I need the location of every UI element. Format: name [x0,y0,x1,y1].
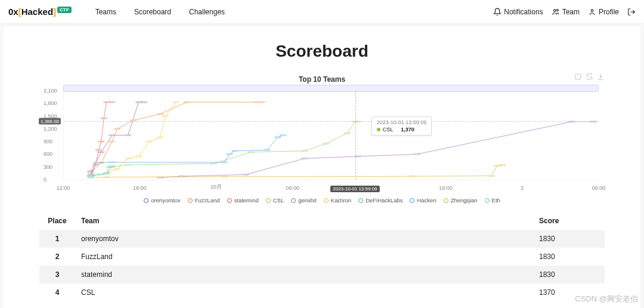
hover-vertical-line [355,91,356,180]
svg-point-6 [109,135,115,136]
navbar: 0x[Hacked]CTF Teams Scoreboard Challenge… [0,0,644,24]
x-highlight-badge: 2023-10-01 13:59:09 [330,186,379,192]
y-tick: 300 [44,164,52,170]
svg-rect-3 [575,74,581,79]
svg-point-40 [301,158,308,159]
svg-point-31 [248,152,255,153]
chart-legend: orenyomtovFuzzLandstatemindCSLgenshitKai… [39,197,605,204]
download-icon[interactable] [597,73,605,81]
svg-point-48 [135,156,142,157]
chart-plot-area[interactable]: 03006009001,2001,5001,8002,1001,386.0020… [63,85,599,193]
x-tick: 18:00 [133,185,147,191]
svg-point-18 [259,101,265,103]
nav-challenges[interactable]: Challenges [189,8,225,16]
series-line[interactable] [91,102,144,171]
table-row[interactable]: 2FuzzLand1830 [39,248,605,266]
notifications-link[interactable]: Notifications [493,8,543,16]
svg-point-64 [274,137,281,138]
x-tick: 06:00 [286,185,300,191]
svg-point-34 [344,133,351,134]
legend-item[interactable]: genshit [291,197,317,204]
nav-links: Teams Scoreboard Challenges [95,8,225,16]
svg-point-25 [109,101,115,103]
page-title: Scoreboard [39,42,605,61]
svg-point-30 [210,163,217,164]
chart-toolbar [574,73,605,81]
svg-point-67 [103,177,110,178]
y-marker-badge: 1,386.00 [39,118,61,124]
svg-point-56 [109,165,115,167]
svg-point-59 [109,162,115,163]
svg-point-39 [243,174,249,175]
series-line[interactable] [91,122,358,175]
svg-point-2 [591,9,593,11]
svg-point-1 [556,9,558,11]
svg-point-72 [499,165,506,166]
svg-point-52 [173,101,179,103]
svg-point-7 [125,135,131,136]
nav-right: Notifications Team Profile [493,8,636,16]
refresh-icon[interactable] [586,73,593,81]
brand-logo[interactable]: 0x[Hacked]CTF [8,7,72,17]
chart-container: Top 10 Teams 03006009001,2001,5001,8002,… [39,75,605,204]
svg-point-63 [264,149,270,150]
svg-point-23 [101,118,107,119]
svg-point-68 [221,176,228,177]
ctf-badge: CTF [57,7,72,13]
series-line[interactable] [91,102,262,173]
legend-item[interactable]: orenyomtov [144,197,181,204]
legend-item[interactable]: DeFiHackLabs [358,197,402,204]
svg-point-15 [157,113,163,115]
svg-point-12 [109,141,115,142]
svg-point-32 [301,150,308,152]
svg-point-65 [280,135,286,136]
legend-item[interactable]: FuzzLand [188,197,220,204]
svg-point-50 [157,137,163,138]
svg-point-73 [87,177,94,178]
table-row[interactable]: 3statemind1830 [39,266,605,284]
svg-point-29 [125,164,131,165]
team-link[interactable]: Team [552,8,580,16]
users-icon [552,8,560,16]
legend-item[interactable]: CSL [266,197,284,204]
user-icon [588,8,596,16]
y-tick: 1,800 [44,100,57,106]
nav-scoreboard[interactable]: Scoreboard [134,8,171,16]
col-score: Score [533,212,605,230]
x-tick: 2 [521,185,524,191]
svg-point-9 [141,101,147,103]
svg-point-54 [103,173,110,174]
col-place: Place [39,212,75,230]
svg-point-10 [87,173,94,174]
legend-item[interactable]: Hacken [410,197,436,204]
svg-point-38 [178,175,185,177]
chart-tooltip: 2023-10-01 13:59:09CSL 1,370 [371,116,432,135]
x-tick: 18:00 [439,185,453,191]
svg-point-57 [87,175,94,176]
y-tick: 900 [44,138,52,144]
zoom-reset-icon[interactable] [574,73,582,81]
svg-point-49 [146,141,153,142]
svg-point-21 [95,149,102,150]
profile-link[interactable]: Profile [588,8,619,16]
logout-icon [627,8,636,16]
x-tick: 06:00 [592,185,606,191]
table-row[interactable]: 1orenyomtov1830 [39,230,605,248]
svg-point-62 [232,150,239,152]
svg-point-16 [184,101,190,103]
page-body: Scoreboard Top 10 Teams 03006009001,2001… [4,26,640,308]
legend-item[interactable]: Zhengqian [444,197,478,204]
legend-item[interactable]: Kaiziron [324,197,351,204]
nav-teams[interactable]: Teams [95,8,116,16]
legend-item[interactable]: Eth [485,197,500,204]
legend-item[interactable]: statemind [227,197,259,204]
svg-point-5 [98,152,104,153]
svg-point-69 [408,175,415,177]
table-row[interactable]: 4CSL1370 [39,284,605,301]
series-line[interactable] [101,102,177,174]
svg-point-47 [125,158,131,159]
logout-link[interactable] [627,8,636,16]
col-team: Team [75,212,533,230]
series-line[interactable] [91,165,503,178]
bell-icon [493,8,501,16]
